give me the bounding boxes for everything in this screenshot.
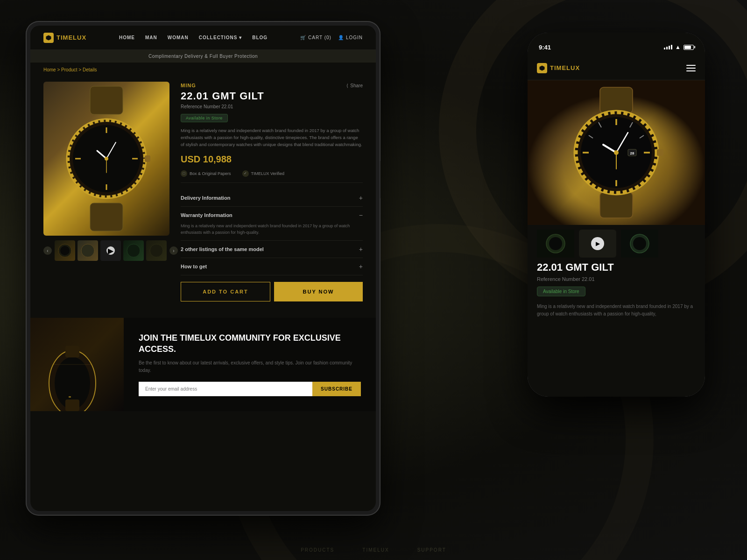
accordion-how-to-get: How to get + [181, 258, 363, 275]
subscribe-button[interactable]: SUBSCRIBE [312, 382, 361, 396]
community-subtitle: Be the first to know about our latest ar… [139, 359, 361, 374]
svg-marker-0 [46, 35, 51, 41]
phone-time: 9:41 [539, 44, 551, 51]
share-button[interactable]: ⟨ Share [346, 83, 363, 88]
accordion-warranty-header[interactable]: Warranty Information − [181, 211, 363, 219]
svg-rect-2 [90, 203, 123, 231]
accordion-delivery-header[interactable]: Delivery Information + [181, 194, 363, 202]
phone-navbar: TIMELUX [528, 56, 705, 80]
nav-home[interactable]: HOME [119, 35, 135, 40]
hamburger-line-1 [686, 65, 696, 66]
phone-thumbnail-3[interactable] [621, 230, 658, 258]
accordion-plus-icon: + [359, 194, 363, 202]
nav-woman[interactable]: WOMAN [168, 35, 189, 40]
accordion-warranty-content: Ming is a relatively new and independent… [181, 223, 363, 236]
svg-marker-27 [539, 65, 545, 71]
wifi-icon: ▲ [675, 44, 681, 50]
phone-description: Ming is a relatively new and independent… [537, 303, 696, 318]
hamburger-menu[interactable] [686, 65, 696, 71]
svg-rect-24 [65, 399, 79, 411]
svg-point-51 [549, 237, 562, 250]
watch-illustration [43, 82, 169, 236]
community-watch-image [30, 318, 124, 411]
tablet-device: TIMELUX HOME MAN WOMAN COLLECTIONS ▾ BLO… [26, 21, 381, 516]
accordion-listings-header[interactable]: 2 other listings of the same model + [181, 245, 363, 253]
svg-rect-25 [69, 396, 71, 398]
phone-thumbnail-2[interactable]: ▶ [579, 230, 616, 258]
signal-bar-3 [669, 46, 670, 49]
phone-thumbnails: ▶ [528, 225, 705, 262]
thumbnail-5[interactable] [146, 240, 167, 261]
svg-rect-30 [600, 192, 633, 218]
product-layout: ‹ ▶ [30, 75, 376, 318]
nav-links: HOME MAN WOMAN COLLECTIONS ▾ BLOG [119, 35, 268, 40]
phone-availability-badge: Available in Store [537, 287, 585, 296]
phone-watch-illustration: 28 [528, 80, 705, 225]
add-to-cart-button[interactable]: ADD TO CART [181, 282, 270, 301]
thumbnail-2[interactable] [78, 240, 98, 261]
svg-point-19 [127, 244, 140, 257]
product-description: Ming is a relatively new and independent… [181, 127, 363, 148]
svg-rect-46 [657, 149, 663, 156]
svg-rect-1 [90, 86, 123, 114]
svg-point-54 [633, 237, 646, 250]
battery-tip [694, 46, 695, 49]
community-title: JOIN THE TIMELUX COMMUNITY FOR EXCLUSIVE… [139, 333, 361, 355]
product-brand: MING [181, 83, 196, 88]
logo-icon [43, 33, 54, 43]
community-section: JOIN THE TIMELUX COMMUNITY FOR EXCLUSIVE… [30, 318, 376, 411]
feature-box-papers: □ Box & Original Papers [181, 170, 231, 177]
phone-thumbnail-1[interactable] [537, 230, 574, 258]
thumbnails: ▶ [55, 240, 167, 261]
accordion-how-to-get-header[interactable]: How to get + [181, 263, 363, 270]
tablet-side-button [380, 161, 381, 198]
product-title: 22.01 GMT GILT [181, 90, 363, 102]
battery-icon [684, 45, 694, 50]
email-subscribe-row: SUBSCRIBE [139, 382, 361, 396]
nav-collections[interactable]: COLLECTIONS ▾ [199, 35, 242, 40]
thumbnail-row: ‹ ▶ [43, 240, 169, 261]
phone-screen: 9:41 ▲ [528, 33, 705, 397]
footer-item-products: PRODUCTS [301, 547, 334, 553]
cart-button[interactable]: 🛒 CART (0) [300, 35, 331, 40]
thumbnail-3[interactable]: ▶ [100, 240, 121, 261]
tablet-navbar: TIMELUX HOME MAN WOMAN COLLECTIONS ▾ BLO… [30, 26, 376, 50]
login-button[interactable]: 👤 LOGIN [338, 35, 363, 40]
thumbnail-4[interactable] [123, 240, 144, 261]
community-watch-svg [30, 318, 124, 411]
phone-logo-icon [537, 63, 547, 73]
tablet-screen: TIMELUX HOME MAN WOMAN COLLECTIONS ▾ BLO… [30, 26, 376, 511]
nav-blog[interactable]: BLOG [252, 35, 268, 40]
svg-rect-15 [145, 155, 150, 162]
logo[interactable]: TIMELUX [43, 33, 86, 43]
email-input[interactable] [139, 382, 312, 396]
thumb-prev[interactable]: ‹ [43, 246, 52, 255]
thumb-next[interactable]: › [169, 246, 178, 255]
breadcrumb: Home > Product > Details [30, 63, 376, 75]
promo-banner: Complimentary Delivery & Full Buyer Prot… [30, 50, 376, 63]
footer-item-timelux: TIMELUX [362, 547, 389, 553]
signal-bar-4 [671, 45, 672, 49]
phone-product-title: 22.01 GMT GILT [537, 261, 696, 273]
signal-bar-1 [664, 48, 665, 49]
nav-actions: 🛒 CART (0) 👤 LOGIN [300, 35, 363, 40]
svg-point-14 [105, 157, 108, 161]
svg-point-17 [60, 246, 70, 255]
buy-now-button[interactable]: BUY NOW [274, 282, 363, 301]
feature-verified: ✓ TIMELUX Verified [242, 170, 285, 177]
accordion-listings: 2 other listings of the same model + [181, 241, 363, 258]
product-image-section: ‹ ▶ [43, 82, 169, 311]
thumbnail-1[interactable] [55, 240, 75, 261]
phone-logo[interactable]: TIMELUX [537, 63, 580, 73]
svg-rect-23 [65, 346, 79, 357]
signal-bar-2 [666, 47, 668, 49]
community-content: JOIN THE TIMELUX COMMUNITY FOR EXCLUSIVE… [124, 319, 376, 410]
features-row: □ Box & Original Papers ✓ TIMELUX Verifi… [181, 170, 363, 183]
svg-rect-29 [600, 87, 633, 113]
svg-point-18 [81, 244, 94, 257]
nav-man[interactable]: MAN [145, 35, 157, 40]
page-footer: PRODUCTS TIMELUX SUPPORT [0, 547, 747, 553]
verified-icon: ✓ [242, 170, 249, 177]
product-details: MING ⟨ Share 22.01 GMT GILT Reference Nu… [181, 82, 363, 311]
accordion-listings-plus-icon: + [359, 245, 363, 253]
